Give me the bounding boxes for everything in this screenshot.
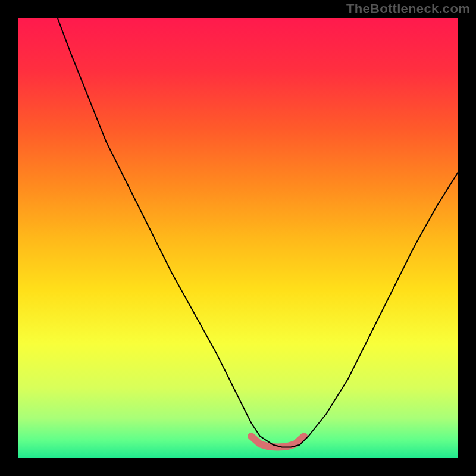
watermark-text: TheBottleneck.com bbox=[346, 1, 470, 17]
chart-frame: TheBottleneck.com bbox=[0, 0, 476, 476]
gradient-background bbox=[18, 18, 458, 458]
chart-svg bbox=[18, 18, 458, 458]
plot-area bbox=[18, 18, 458, 458]
